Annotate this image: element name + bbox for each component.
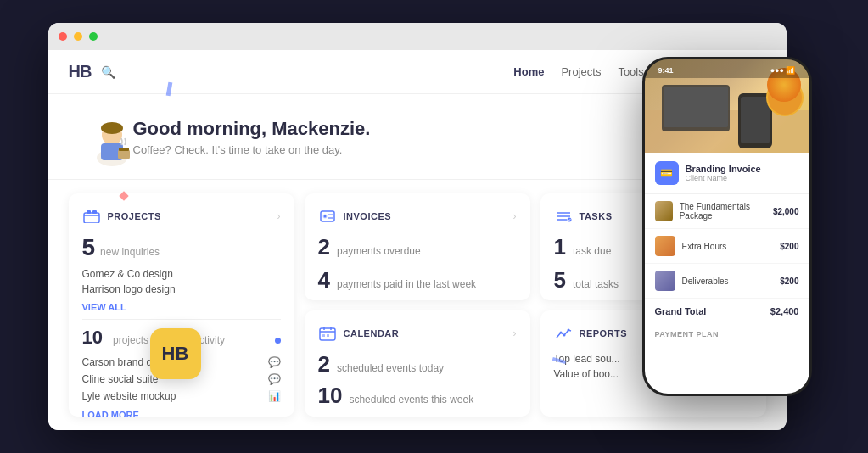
projects-card-title: PROJECTS bbox=[108, 211, 161, 221]
calendar-today-count: 2 bbox=[318, 351, 330, 378]
activity-name-2: Cline social suite bbox=[82, 373, 159, 385]
nav-home[interactable]: Home bbox=[513, 65, 544, 78]
activity-count: 10 bbox=[82, 327, 103, 349]
calendar-week-desc: scheduled events this week bbox=[349, 394, 473, 405]
svg-rect-23 bbox=[327, 334, 329, 337]
projects-card-header: PROJECTS › bbox=[82, 207, 281, 226]
tasks-icon bbox=[554, 207, 573, 226]
svg-point-33 bbox=[768, 81, 802, 115]
invoices-paid-count: 4 bbox=[318, 267, 330, 294]
window-maximize-dot[interactable] bbox=[89, 32, 98, 41]
invoices-card-title: INVOICES bbox=[344, 211, 392, 221]
calendar-week-count: 10 bbox=[318, 383, 343, 409]
phone-invoice-header: 💳 Branding Invoice Client Name bbox=[645, 153, 809, 194]
browser-titlebar bbox=[48, 23, 787, 50]
phone-invoice-title: Branding Invoice bbox=[686, 164, 761, 174]
phone-mockup: 9:41 ●●● 📶 💳 bbox=[642, 57, 812, 396]
invoices-card-header: INVOICES › bbox=[318, 207, 517, 226]
calendar-today-stat: 2 scheduled events today bbox=[318, 351, 517, 378]
phone-line-item-1: The Fundamentals Package $2,000 bbox=[645, 194, 809, 229]
phone-line-item-3: Deliverables $200 bbox=[645, 264, 809, 299]
svg-point-2 bbox=[101, 122, 123, 134]
window-close-dot[interactable] bbox=[59, 32, 67, 41]
project-item-2[interactable]: Harrison logo design bbox=[82, 282, 281, 297]
calendar-card: CALENDAR › 2 scheduled events today 10 s… bbox=[305, 310, 530, 417]
projects-title-row: PROJECTS bbox=[82, 207, 161, 226]
svg-rect-5 bbox=[119, 148, 129, 151]
logo-badge-text: HB bbox=[162, 343, 189, 365]
activity-chart-icon-3: 📊 bbox=[268, 390, 281, 402]
svg-rect-29 bbox=[664, 87, 728, 127]
reports-icon bbox=[554, 324, 573, 343]
nav-tools[interactable]: Tools bbox=[618, 65, 643, 78]
svg-rect-22 bbox=[322, 334, 325, 337]
project-item-1[interactable]: Gomez & Co design bbox=[82, 266, 281, 282]
load-more-link[interactable]: LOAD MORE bbox=[82, 410, 281, 417]
calendar-card-header: CALENDAR › bbox=[318, 324, 517, 343]
phone-item-icon-2 bbox=[655, 236, 675, 256]
phone-item-price-1: $2,000 bbox=[773, 207, 799, 216]
phone-signal-icon: ●●● 📶 bbox=[770, 66, 796, 75]
phone-item-left-2: Extra Hours bbox=[655, 236, 727, 256]
activity-item-3[interactable]: Lyle website mockup 📊 bbox=[82, 388, 281, 405]
greeting-subtitle: Coffee? Check. It's time to take on the … bbox=[133, 143, 371, 156]
phone-time: 9:41 bbox=[658, 66, 674, 75]
new-inquiries-label: new inquiries bbox=[100, 246, 160, 258]
calendar-icon bbox=[318, 324, 337, 343]
calendar-title-row: CALENDAR bbox=[318, 324, 400, 343]
phone-grand-total-value: $2,400 bbox=[770, 306, 799, 316]
phone-item-left-3: Deliverables bbox=[655, 271, 729, 291]
phone-item-icon-3 bbox=[655, 271, 675, 291]
nav-search[interactable]: 🔍 bbox=[101, 65, 115, 79]
phone-invoice-icon: 💳 bbox=[655, 161, 679, 185]
svg-rect-9 bbox=[321, 211, 334, 221]
phone-invoice-subtitle: Client Name bbox=[686, 174, 761, 182]
invoices-paid-stat: 4 payments paid in the last week bbox=[318, 267, 517, 294]
phone-item-left-1: The Fundamentals Package bbox=[655, 201, 773, 221]
window-minimize-dot[interactable] bbox=[74, 32, 82, 41]
view-all-link[interactable]: VIEW ALL bbox=[82, 302, 281, 312]
invoices-chevron-icon[interactable]: › bbox=[513, 210, 517, 222]
nav-projects[interactable]: Projects bbox=[561, 65, 601, 78]
invoices-icon bbox=[318, 207, 337, 226]
invoices-title-row: INVOICES bbox=[318, 207, 392, 226]
svg-rect-6 bbox=[84, 213, 99, 223]
projects-chevron-icon[interactable]: › bbox=[277, 210, 281, 222]
calendar-week-stat: 10 scheduled events this week bbox=[318, 383, 517, 409]
invoices-card: INVOICES › 2 payments overdue 4 payments… bbox=[305, 193, 530, 300]
calendar-today-desc: scheduled events today bbox=[337, 362, 444, 374]
tasks-total-count: 5 bbox=[554, 267, 566, 294]
svg-rect-31 bbox=[741, 97, 770, 143]
phone-item-label-2: Extra Hours bbox=[682, 242, 727, 251]
svg-point-24 bbox=[559, 331, 562, 333]
phone-line-item-2: Extra Hours $200 bbox=[645, 229, 809, 264]
calendar-card-title: CALENDAR bbox=[344, 328, 400, 338]
tasks-total-desc: total tasks bbox=[573, 278, 619, 290]
phone-statusbar: 9:41 ●●● 📶 bbox=[645, 59, 809, 78]
projects-divider bbox=[82, 319, 281, 320]
activity-name-3: Lyle website mockup bbox=[82, 390, 176, 402]
calendar-chevron-icon[interactable]: › bbox=[513, 327, 517, 339]
svg-rect-8 bbox=[92, 210, 97, 214]
svg-point-11 bbox=[323, 215, 326, 218]
phone-item-price-3: $200 bbox=[780, 277, 798, 286]
svg-rect-7 bbox=[87, 210, 91, 214]
reports-title-row: REPORTS bbox=[554, 324, 628, 343]
tasks-title-row: TASKS bbox=[554, 207, 613, 226]
logo-badge: HB bbox=[150, 328, 201, 379]
reports-card-title: REPORTS bbox=[580, 328, 628, 338]
new-inquiries-stat: 5 new inquiries bbox=[82, 234, 281, 261]
tasks-due-desc: task due bbox=[573, 245, 611, 257]
greeting-title: Good morning, Mackenzie. bbox=[133, 118, 371, 140]
hero-text: Good morning, Mackenzie. Coffee? Check. … bbox=[133, 118, 371, 156]
phone-item-label-1: The Fundamentals Package bbox=[680, 202, 773, 221]
hero-illustration bbox=[82, 111, 133, 162]
activity-chat-icon-2: 💬 bbox=[268, 373, 281, 385]
invoices-overdue-stat: 2 payments overdue bbox=[318, 234, 517, 260]
search-icon: 🔍 bbox=[101, 65, 115, 79]
phone-item-price-2: $200 bbox=[780, 242, 798, 251]
tasks-due-count: 1 bbox=[554, 234, 566, 260]
phone-invoice-info: Branding Invoice Client Name bbox=[686, 164, 761, 182]
invoices-paid-desc: payments paid in the last week bbox=[337, 278, 476, 290]
activity-indicator bbox=[275, 338, 281, 344]
